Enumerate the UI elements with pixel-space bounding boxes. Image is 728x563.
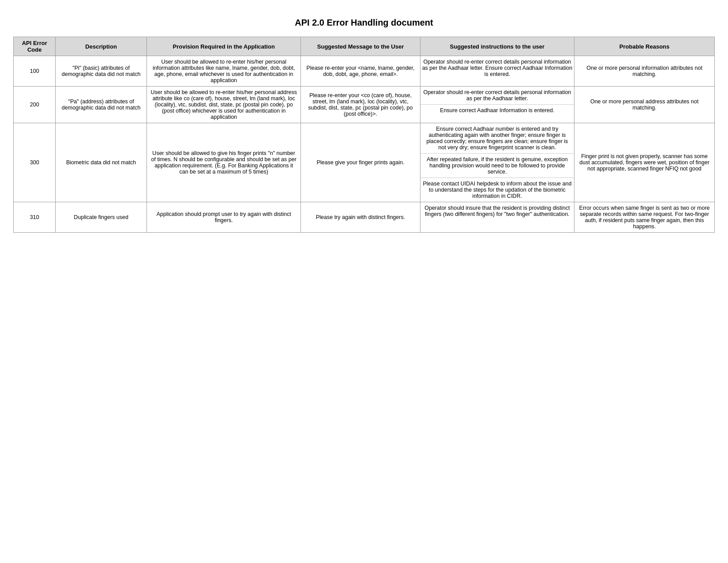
cell-message: Please re-enter your <name, lname, gende… bbox=[301, 56, 420, 87]
instruction-block: Ensure correct Aadhaar Information is en… bbox=[420, 105, 574, 116]
cell-instructions: Operator should insure that the resident… bbox=[420, 202, 574, 233]
instruction-block: Operator should re-enter correct details… bbox=[420, 56, 574, 80]
table-row: 200"Pa" (address) attributes of demograp… bbox=[14, 87, 715, 123]
cell-code: 100 bbox=[14, 56, 56, 87]
cell-message: Please try again with distinct fingers. bbox=[301, 202, 420, 233]
cell-code: 200 bbox=[14, 87, 56, 123]
header-code: API Error Code bbox=[14, 37, 56, 56]
cell-reasons: One or more personal information attribu… bbox=[574, 56, 715, 87]
table-row: 300Biometric data did not matchUser shou… bbox=[14, 123, 715, 202]
cell-reasons: Finger print is not given properly, scan… bbox=[574, 123, 715, 202]
table-row: 100"Pi" (basic) attributes of demographi… bbox=[14, 56, 715, 87]
header-provision: Provision Required in the Application bbox=[146, 37, 301, 56]
error-handling-table: API Error Code Description Provision Req… bbox=[13, 37, 715, 233]
header-instructions: Suggested instructions to the user bbox=[420, 37, 574, 56]
cell-code: 300 bbox=[14, 123, 56, 202]
cell-message: Please re-enter your <co (care of), hous… bbox=[301, 87, 420, 123]
cell-provision: User should be allowed to give his finge… bbox=[146, 123, 301, 202]
header-description: Description bbox=[56, 37, 147, 56]
cell-description: Biometric data did not match bbox=[56, 123, 147, 202]
cell-reasons: Error occurs when same finger is sent as… bbox=[574, 202, 715, 233]
instruction-block: Ensure correct Aadhaar number is entered… bbox=[420, 123, 574, 154]
cell-instructions: Operator should re-enter correct details… bbox=[420, 87, 574, 123]
cell-message: Please give your finger prints again. bbox=[301, 123, 420, 202]
instruction-block: After repeated failure, if the resident … bbox=[420, 154, 574, 178]
cell-description: "Pi" (basic) attributes of demographic d… bbox=[56, 56, 147, 87]
instruction-block: Please contact UIDAI helpdesk to inform … bbox=[420, 178, 574, 202]
cell-provision: Application should prompt user to try ag… bbox=[146, 202, 301, 233]
instruction-block: Operator should re-enter correct details… bbox=[420, 87, 574, 105]
table-row: 310Duplicate fingers usedApplication sho… bbox=[14, 202, 715, 233]
header-message: Suggested Message to the User bbox=[301, 37, 420, 56]
table-header-row: API Error Code Description Provision Req… bbox=[14, 37, 715, 56]
cell-instructions: Ensure correct Aadhaar number is entered… bbox=[420, 123, 574, 202]
cell-description: Duplicate fingers used bbox=[56, 202, 147, 233]
cell-provision: User should be allowed to re-enter his/h… bbox=[146, 87, 301, 123]
page-title: API 2.0 Error Handling document bbox=[13, 18, 715, 28]
header-reasons: Probable Reasons bbox=[574, 37, 715, 56]
cell-code: 310 bbox=[14, 202, 56, 233]
cell-description: "Pa" (address) attributes of demographic… bbox=[56, 87, 147, 123]
cell-reasons: One or more personal address attributes … bbox=[574, 87, 715, 123]
instruction-block: Operator should insure that the resident… bbox=[420, 202, 574, 220]
cell-instructions: Operator should re-enter correct details… bbox=[420, 56, 574, 87]
cell-provision: User should be allowed to re-enter his/h… bbox=[146, 56, 301, 87]
